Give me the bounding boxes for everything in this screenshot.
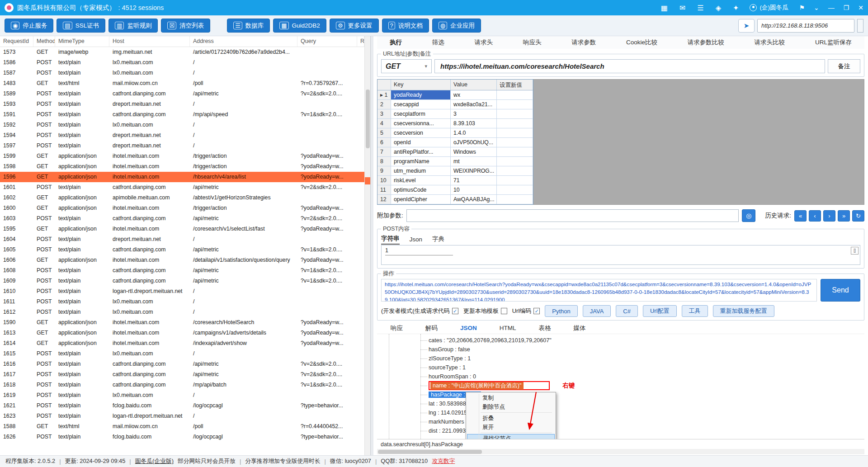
note-button[interactable]: 备注 <box>828 59 860 73</box>
table-row[interactable]: 1588GETtext/htmlmail.miiow.com.cn/poll?r… <box>0 421 364 432</box>
table-row[interactable]: 1604POSTtext/plaindreport.meituan.net/ <box>0 234 364 245</box>
tree-node[interactable]: hasPackage : false <box>377 390 864 399</box>
sessions-scrollbar[interactable] <box>364 36 370 455</box>
history-last-button[interactable]: » <box>838 210 850 222</box>
param-key[interactable]: yodaReady <box>391 90 451 100</box>
param-key[interactable]: antiRepPlatfor... <box>391 147 451 157</box>
table-row[interactable]: 1483GETtext/htmlmail.miiow.com.cn/poll?r… <box>0 78 364 89</box>
scrollbar-thumb[interactable] <box>366 90 370 148</box>
column-header-requestid[interactable]: RequestId <box>0 36 33 47</box>
table-row[interactable]: 1596GETapplication/jsonihotel.meituan.co… <box>0 172 364 182</box>
table-row[interactable]: 1613GETapplication/jsonihotel.meituan.co… <box>0 328 364 338</box>
response-tab-JSON[interactable]: JSON <box>460 325 477 331</box>
tree-node[interactable]: lat : 30.583988 <box>377 399 864 408</box>
param-value[interactable]: wx <box>451 90 497 100</box>
tree-node[interactable]: hourRoomSpan : 0 <box>377 372 864 381</box>
table-row[interactable]: 1612POSTtext/plainlx0.meituan.com/ <box>0 307 364 317</box>
user-chip[interactable]: (企)圆冬瓜 <box>750 4 788 12</box>
param-value[interactable]: mt <box>451 157 497 166</box>
table-row[interactable]: 1586POSTtext/plainlx0.meituan.com/ <box>0 57 364 68</box>
history-refresh-button[interactable]: ↻ <box>852 210 864 222</box>
params-row[interactable]: 2csecappidwxde8ac0a21... <box>377 100 533 109</box>
table-row[interactable]: 1593POSTtext/plaindreport.meituan.net/ <box>0 99 364 109</box>
history-next-button[interactable]: › <box>823 210 835 222</box>
table-row[interactable]: 1587POSTtext/plainlx0.meituan.com/ <box>0 68 364 78</box>
menu-item-展开[interactable]: 展开 <box>467 423 555 432</box>
table-row[interactable]: 1616POSTtext/plaincatfront.dianping.com/… <box>0 359 364 369</box>
tree-node[interactable]: hasGroup : false <box>377 345 864 354</box>
param-key[interactable]: programName <box>391 157 451 166</box>
table-row[interactable]: 1602GETapplication/jsonapimobile.meituan… <box>0 193 364 203</box>
table-row[interactable]: 1608POSTtext/plaincatfront.dianping.com/… <box>0 265 364 276</box>
tree-node[interactable]: dist : 221.09938 <box>377 426 864 435</box>
docs-button[interactable]: ?说明文档 <box>382 19 429 33</box>
column-header-remark[interactable]: Rema <box>357 36 364 47</box>
chevron-down-icon[interactable]: ⌄ <box>814 4 819 11</box>
table-row[interactable]: 1598GETapplication/jsonihotel.meituan.co… <box>0 161 364 172</box>
response-tab-媒体[interactable]: 媒体 <box>574 324 586 332</box>
tab-请求头[interactable]: 请求头 <box>475 38 493 47</box>
button-工具[interactable]: 工具 <box>682 305 708 317</box>
menu-item-寻找父节点[interactable]: 寻找父节点 <box>467 434 555 439</box>
button-Url配置[interactable]: Url配置 <box>643 305 677 317</box>
tab-Cookie比较[interactable]: Cookie比较 <box>626 38 657 47</box>
column-header-query[interactable]: Query <box>297 36 357 47</box>
table-row[interactable]: 1615POSTtext/plainlx0.meituan.com/ <box>0 349 364 359</box>
param-key[interactable]: utm_medium <box>391 166 451 176</box>
table-row[interactable]: 1594POSTtext/plaindreport.meituan.net/ <box>0 130 364 141</box>
tree-node[interactable]: sourceType : 1 <box>377 363 864 372</box>
column-header-method[interactable]: Method <box>33 36 55 47</box>
tab-请求头比较[interactable]: 请求头比较 <box>755 38 785 47</box>
params-row[interactable]: ▸ 1yodaReadywx <box>377 90 533 100</box>
tab-响应头[interactable]: 响应头 <box>523 38 542 47</box>
table-row[interactable]: 1610POSTtext/plainlogan-rtl.dreport.meit… <box>0 286 364 297</box>
maximize-icon[interactable]: ❐ <box>844 4 849 11</box>
table-row[interactable]: 1617POSTtext/plaincatfront.dianping.com/… <box>0 369 364 380</box>
checkbox-url-encode[interactable]: Url编码✓ <box>512 307 540 315</box>
column-header-address[interactable]: Address <box>190 36 297 47</box>
status-segment[interactable]: 圆冬瓜(企业版) <box>135 458 174 465</box>
param-new-value[interactable] <box>497 157 533 166</box>
params-row[interactable]: 4csecversionna...8.39.103 <box>377 119 533 128</box>
table-row[interactable]: 1591POSTtext/plaincatfront.dianping.com/… <box>0 109 364 120</box>
params-row[interactable]: 3csecplatform3 <box>377 109 533 119</box>
table-row[interactable]: 1618POSTtext/plaincatfront.dianping.com/… <box>0 380 364 390</box>
full-request-url[interactable]: https://ihotel.meituan.com/coresearch/Ho… <box>381 279 817 302</box>
checkbox-dev-mode[interactable]: (开发者模式(生成请求代码✓ <box>381 307 458 315</box>
table-row[interactable]: 1606GETapplication/jsonihotel.meituan.co… <box>0 255 364 265</box>
checkbox-update-template[interactable]: 更新本地模板 <box>463 307 507 315</box>
param-value[interactable]: 71 <box>451 176 497 185</box>
more-settings-button[interactable]: ⚙更多设置 <box>330 19 379 33</box>
param-value[interactable]: oJVP50OhUQ... <box>451 138 497 147</box>
param-new-value[interactable] <box>497 138 533 147</box>
params-row[interactable]: 6openIdoJVP50OhUQ... <box>377 138 533 147</box>
param-key[interactable]: openIdCipher <box>391 195 451 204</box>
button-Python[interactable]: Python <box>545 305 577 317</box>
table-row[interactable]: 1614GETapplication/jsonihotel.meituan.co… <box>0 338 364 349</box>
attach-param-button[interactable]: ◎ <box>742 209 755 222</box>
param-key[interactable]: riskLevel <box>391 176 451 185</box>
extra-params-input[interactable] <box>406 209 739 222</box>
tab-请求参数[interactable]: 请求参数 <box>571 38 596 47</box>
table-row[interactable]: 1621POSTtext/plainfclog.baidu.com/log/oc… <box>0 401 364 411</box>
column-header-mimetype[interactable]: MimeType <box>55 36 109 47</box>
param-new-value[interactable] <box>497 176 533 185</box>
params-row[interactable]: 7antiRepPlatfor...Windows <box>377 147 533 157</box>
mail-icon[interactable]: ✉ <box>679 4 685 12</box>
proxy-url-input[interactable] <box>757 19 854 33</box>
param-new-value[interactable] <box>497 195 533 204</box>
column-header-host[interactable]: Host <box>109 36 190 47</box>
clear-list-button[interactable]: ☒清空列表 <box>161 19 210 33</box>
param-value[interactable]: 8.39.103 <box>451 119 497 128</box>
checkbox-box[interactable]: ✓ <box>533 308 540 314</box>
tab-请求参数比较[interactable]: 请求参数比较 <box>688 38 724 47</box>
guid2db2-button[interactable]: ▦Guid2DB2 <box>273 19 326 33</box>
share-button[interactable]: ➤ <box>738 19 755 33</box>
cart-icon[interactable]: ✦ <box>733 4 739 12</box>
stop-service-button[interactable]: ◉停止服务 <box>5 19 53 33</box>
param-new-value[interactable] <box>497 166 533 176</box>
params-row[interactable]: 10riskLevel71 <box>377 176 533 185</box>
hscrollbar-thumb[interactable] <box>378 450 482 454</box>
param-value[interactable]: WEIXINPROG... <box>451 166 497 176</box>
menu-item-折叠[interactable]: 折叠 <box>467 414 555 423</box>
